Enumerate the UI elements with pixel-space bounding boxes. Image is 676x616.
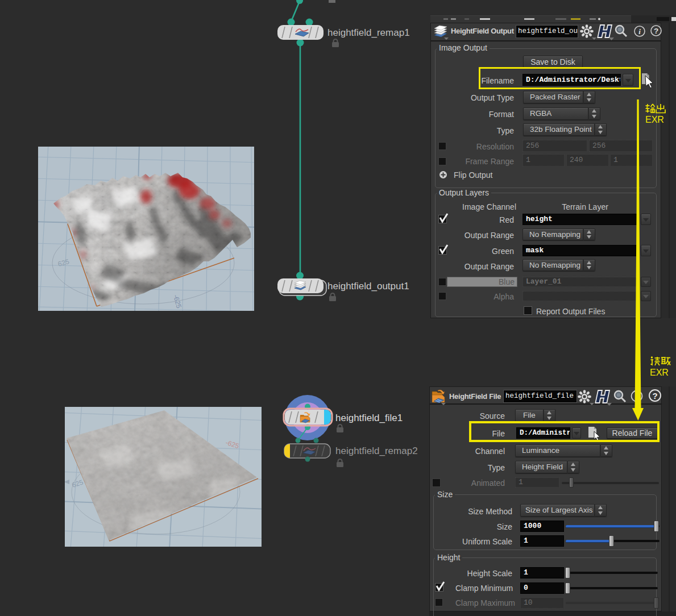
- svg-text:?: ?: [652, 391, 657, 401]
- svg-text:?: ?: [654, 27, 658, 35]
- svg-text:i: i: [638, 27, 641, 36]
